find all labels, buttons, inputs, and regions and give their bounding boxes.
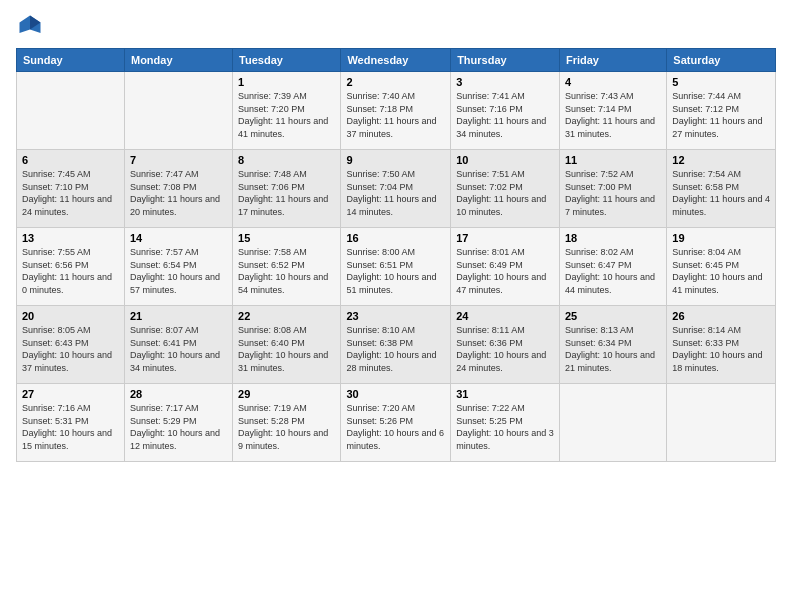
day-cell: 22Sunrise: 8:08 AM Sunset: 6:40 PM Dayli… [233,306,341,384]
day-info: Sunrise: 7:20 AM Sunset: 5:26 PM Dayligh… [346,402,445,452]
day-cell: 5Sunrise: 7:44 AM Sunset: 7:12 PM Daylig… [667,72,776,150]
day-cell: 11Sunrise: 7:52 AM Sunset: 7:00 PM Dayli… [559,150,666,228]
day-cell: 17Sunrise: 8:01 AM Sunset: 6:49 PM Dayli… [451,228,560,306]
col-header-friday: Friday [559,49,666,72]
day-cell: 6Sunrise: 7:45 AM Sunset: 7:10 PM Daylig… [17,150,125,228]
day-cell: 24Sunrise: 8:11 AM Sunset: 6:36 PM Dayli… [451,306,560,384]
day-info: Sunrise: 7:52 AM Sunset: 7:00 PM Dayligh… [565,168,661,218]
day-info: Sunrise: 7:51 AM Sunset: 7:02 PM Dayligh… [456,168,554,218]
day-number: 3 [456,76,554,88]
col-header-wednesday: Wednesday [341,49,451,72]
day-number: 15 [238,232,335,244]
day-cell: 9Sunrise: 7:50 AM Sunset: 7:04 PM Daylig… [341,150,451,228]
day-number: 1 [238,76,335,88]
day-cell: 14Sunrise: 7:57 AM Sunset: 6:54 PM Dayli… [124,228,232,306]
day-cell: 29Sunrise: 7:19 AM Sunset: 5:28 PM Dayli… [233,384,341,462]
week-row-5: 27Sunrise: 7:16 AM Sunset: 5:31 PM Dayli… [17,384,776,462]
day-number: 6 [22,154,119,166]
day-number: 7 [130,154,227,166]
calendar-table: SundayMondayTuesdayWednesdayThursdayFrid… [16,48,776,462]
day-number: 11 [565,154,661,166]
day-cell: 30Sunrise: 7:20 AM Sunset: 5:26 PM Dayli… [341,384,451,462]
day-info: Sunrise: 8:00 AM Sunset: 6:51 PM Dayligh… [346,246,445,296]
header-row: SundayMondayTuesdayWednesdayThursdayFrid… [17,49,776,72]
logo [16,12,48,40]
day-info: Sunrise: 7:16 AM Sunset: 5:31 PM Dayligh… [22,402,119,452]
col-header-monday: Monday [124,49,232,72]
day-number: 10 [456,154,554,166]
day-cell: 1Sunrise: 7:39 AM Sunset: 7:20 PM Daylig… [233,72,341,150]
day-cell [667,384,776,462]
day-info: Sunrise: 8:14 AM Sunset: 6:33 PM Dayligh… [672,324,770,374]
day-number: 26 [672,310,770,322]
day-cell: 4Sunrise: 7:43 AM Sunset: 7:14 PM Daylig… [559,72,666,150]
day-info: Sunrise: 8:02 AM Sunset: 6:47 PM Dayligh… [565,246,661,296]
day-number: 4 [565,76,661,88]
day-number: 17 [456,232,554,244]
day-cell: 10Sunrise: 7:51 AM Sunset: 7:02 PM Dayli… [451,150,560,228]
day-cell: 2Sunrise: 7:40 AM Sunset: 7:18 PM Daylig… [341,72,451,150]
day-info: Sunrise: 7:48 AM Sunset: 7:06 PM Dayligh… [238,168,335,218]
day-cell: 12Sunrise: 7:54 AM Sunset: 6:58 PM Dayli… [667,150,776,228]
day-info: Sunrise: 7:54 AM Sunset: 6:58 PM Dayligh… [672,168,770,218]
header [16,12,776,40]
day-number: 16 [346,232,445,244]
day-cell: 8Sunrise: 7:48 AM Sunset: 7:06 PM Daylig… [233,150,341,228]
day-number: 20 [22,310,119,322]
day-info: Sunrise: 7:58 AM Sunset: 6:52 PM Dayligh… [238,246,335,296]
day-number: 29 [238,388,335,400]
day-cell: 15Sunrise: 7:58 AM Sunset: 6:52 PM Dayli… [233,228,341,306]
day-info: Sunrise: 7:55 AM Sunset: 6:56 PM Dayligh… [22,246,119,296]
day-cell: 16Sunrise: 8:00 AM Sunset: 6:51 PM Dayli… [341,228,451,306]
day-info: Sunrise: 8:01 AM Sunset: 6:49 PM Dayligh… [456,246,554,296]
day-info: Sunrise: 8:11 AM Sunset: 6:36 PM Dayligh… [456,324,554,374]
week-row-1: 1Sunrise: 7:39 AM Sunset: 7:20 PM Daylig… [17,72,776,150]
day-cell: 21Sunrise: 8:07 AM Sunset: 6:41 PM Dayli… [124,306,232,384]
day-cell: 23Sunrise: 8:10 AM Sunset: 6:38 PM Dayli… [341,306,451,384]
day-info: Sunrise: 8:10 AM Sunset: 6:38 PM Dayligh… [346,324,445,374]
day-number: 13 [22,232,119,244]
day-info: Sunrise: 7:47 AM Sunset: 7:08 PM Dayligh… [130,168,227,218]
day-info: Sunrise: 7:43 AM Sunset: 7:14 PM Dayligh… [565,90,661,140]
day-info: Sunrise: 7:41 AM Sunset: 7:16 PM Dayligh… [456,90,554,140]
day-info: Sunrise: 8:05 AM Sunset: 6:43 PM Dayligh… [22,324,119,374]
col-header-thursday: Thursday [451,49,560,72]
day-number: 25 [565,310,661,322]
day-number: 24 [456,310,554,322]
day-cell [124,72,232,150]
day-cell: 19Sunrise: 8:04 AM Sunset: 6:45 PM Dayli… [667,228,776,306]
day-info: Sunrise: 7:57 AM Sunset: 6:54 PM Dayligh… [130,246,227,296]
day-info: Sunrise: 8:07 AM Sunset: 6:41 PM Dayligh… [130,324,227,374]
day-info: Sunrise: 8:08 AM Sunset: 6:40 PM Dayligh… [238,324,335,374]
day-info: Sunrise: 7:17 AM Sunset: 5:29 PM Dayligh… [130,402,227,452]
day-info: Sunrise: 7:45 AM Sunset: 7:10 PM Dayligh… [22,168,119,218]
day-number: 5 [672,76,770,88]
day-cell: 13Sunrise: 7:55 AM Sunset: 6:56 PM Dayli… [17,228,125,306]
day-cell: 18Sunrise: 8:02 AM Sunset: 6:47 PM Dayli… [559,228,666,306]
day-info: Sunrise: 8:13 AM Sunset: 6:34 PM Dayligh… [565,324,661,374]
day-number: 27 [22,388,119,400]
day-number: 22 [238,310,335,322]
day-cell [559,384,666,462]
day-info: Sunrise: 7:22 AM Sunset: 5:25 PM Dayligh… [456,402,554,452]
day-cell: 31Sunrise: 7:22 AM Sunset: 5:25 PM Dayli… [451,384,560,462]
day-cell: 27Sunrise: 7:16 AM Sunset: 5:31 PM Dayli… [17,384,125,462]
day-info: Sunrise: 7:44 AM Sunset: 7:12 PM Dayligh… [672,90,770,140]
calendar-page: SundayMondayTuesdayWednesdayThursdayFrid… [0,0,792,612]
day-info: Sunrise: 7:19 AM Sunset: 5:28 PM Dayligh… [238,402,335,452]
col-header-tuesday: Tuesday [233,49,341,72]
day-number: 30 [346,388,445,400]
day-info: Sunrise: 7:40 AM Sunset: 7:18 PM Dayligh… [346,90,445,140]
day-number: 31 [456,388,554,400]
day-number: 21 [130,310,227,322]
week-row-2: 6Sunrise: 7:45 AM Sunset: 7:10 PM Daylig… [17,150,776,228]
day-number: 19 [672,232,770,244]
day-cell: 25Sunrise: 8:13 AM Sunset: 6:34 PM Dayli… [559,306,666,384]
day-cell [17,72,125,150]
day-cell: 28Sunrise: 7:17 AM Sunset: 5:29 PM Dayli… [124,384,232,462]
day-info: Sunrise: 8:04 AM Sunset: 6:45 PM Dayligh… [672,246,770,296]
day-number: 12 [672,154,770,166]
day-number: 18 [565,232,661,244]
day-cell: 26Sunrise: 8:14 AM Sunset: 6:33 PM Dayli… [667,306,776,384]
day-number: 23 [346,310,445,322]
